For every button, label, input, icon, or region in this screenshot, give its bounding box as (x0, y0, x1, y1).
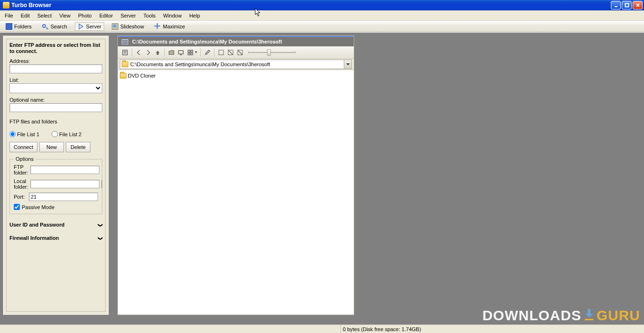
toolbar-search-label: Search (51, 24, 67, 29)
folders-icon (6, 23, 12, 30)
browser-title: C:\Documents and Settings\munca\My Docum… (132, 39, 282, 44)
toolbar-maximize[interactable]: Maximize (152, 22, 188, 31)
chevron-down-icon: ❯ (98, 223, 103, 227)
forward-icon[interactable] (144, 48, 152, 57)
svg-rect-9 (188, 50, 190, 52)
list-label: List: (9, 77, 102, 83)
dropdown-arrow-icon[interactable]: ▼ (194, 50, 198, 54)
toolbar-maximize-label: Maximize (163, 24, 185, 29)
port-label: Port: (14, 194, 27, 200)
ftp-panel: Enter FTP address or select from list to… (3, 35, 109, 315)
toolbar-folders[interactable]: Folders (3, 22, 35, 31)
status-bar: 0 bytes (Disk free space: 1.74GB) (0, 324, 644, 333)
radio-filelist2[interactable]: File List 2 (52, 131, 81, 137)
file-name: DVD Cloner (128, 73, 156, 79)
toolbar-folders-label: Folders (14, 24, 32, 29)
svg-rect-11 (188, 53, 190, 55)
user-password-label: User ID and Password (9, 222, 64, 228)
toolbar-slideshow-label: Slideshow (120, 24, 144, 29)
user-password-section[interactable]: User ID and Password ❯ (9, 222, 102, 228)
address-dropdown-button[interactable] (344, 60, 351, 69)
monitor-icon[interactable] (177, 48, 185, 57)
passive-checkbox[interactable] (14, 204, 20, 210)
svg-rect-13 (219, 50, 224, 55)
file-list[interactable]: DVD Cloner (118, 71, 354, 315)
radio-filelist1-label: File List 1 (17, 131, 39, 137)
zoom-slider[interactable] (248, 48, 295, 57)
toolbar-search[interactable]: Search (39, 22, 70, 31)
ftp-folder-input[interactable] (30, 166, 99, 174)
connect-button[interactable]: Connect (9, 142, 37, 152)
menu-server[interactable]: Server (116, 11, 139, 20)
svg-rect-12 (191, 53, 193, 55)
svg-line-15 (229, 51, 233, 54)
select-none-icon[interactable] (226, 48, 235, 57)
menu-file[interactable]: File (1, 11, 17, 20)
download-icon (584, 309, 594, 320)
view-icon[interactable] (186, 48, 195, 57)
ftp-folder-label: FTP folder: (14, 164, 28, 175)
address-text: C:\Documents and Settings\munca\My Docum… (130, 61, 270, 67)
ftp-heading: Enter FTP address or select from list to… (9, 42, 102, 54)
slideshow-icon (112, 23, 118, 30)
minimize-button[interactable] (611, 1, 621, 9)
svg-rect-4 (123, 50, 127, 55)
radio-filelist1[interactable]: File List 1 (9, 131, 39, 137)
menu-edit[interactable]: Edit (17, 11, 34, 20)
folder-icon (122, 61, 128, 67)
local-folder-label: Local folder: (14, 178, 28, 190)
new-button[interactable]: New (39, 142, 64, 152)
back-icon[interactable] (134, 48, 143, 57)
search-icon (42, 23, 49, 30)
expand-icon (154, 23, 161, 30)
svg-rect-10 (191, 50, 193, 52)
browser-panel: C:\Documents and Settings\munca\My Docum… (117, 35, 354, 315)
menu-editor[interactable]: Editor (96, 11, 117, 20)
title-bar: Turbo Browser (0, 0, 644, 10)
svg-rect-7 (179, 51, 183, 54)
delete-button[interactable]: Delete (66, 142, 90, 152)
local-folder-input[interactable] (30, 180, 99, 188)
address-combo[interactable]: C:\Documents and Settings\munca\My Docum… (120, 60, 352, 69)
watermark-text-b: GURU (597, 307, 640, 324)
menu-window[interactable]: Window (160, 11, 186, 20)
properties-icon[interactable] (121, 48, 129, 57)
port-input[interactable] (29, 193, 98, 201)
menu-help[interactable]: Help (186, 11, 204, 20)
main-toolbar: Folders Search Server Slideshow Maximize (0, 21, 644, 32)
up-icon[interactable] (153, 48, 162, 57)
window-title: Turbo Browser (11, 2, 51, 9)
list-select[interactable] (9, 83, 102, 93)
menu-select[interactable]: Select (34, 11, 56, 20)
optional-name-input[interactable] (9, 103, 102, 112)
svg-rect-1 (625, 4, 628, 7)
menu-photo[interactable]: Photo (74, 11, 96, 20)
list-item[interactable]: DVD Cloner (120, 72, 352, 79)
options-fieldset: Options FTP folder: Local folder: Port: … (9, 159, 102, 214)
browse-button[interactable] (101, 180, 102, 188)
toolbar-server-label: Server (86, 24, 101, 29)
server-icon (78, 23, 84, 30)
edit-icon[interactable] (203, 48, 212, 57)
toolbar-slideshow[interactable]: Slideshow (109, 22, 147, 31)
address-input[interactable] (9, 64, 102, 73)
firewall-label: Firewall Information (9, 235, 59, 241)
menu-view[interactable]: View (55, 11, 74, 20)
status-text: 0 bytes (Disk free space: 1.74GB) (341, 326, 421, 332)
toolbar-server[interactable]: Server (75, 22, 104, 31)
client-area: Enter FTP address or select from list to… (0, 32, 644, 324)
maximize-button[interactable] (622, 1, 632, 9)
invert-selection-icon[interactable] (236, 48, 244, 57)
list-icon (122, 39, 128, 44)
browser-title-bar: C:\Documents and Settings\munca\My Docum… (118, 36, 354, 46)
passive-label: Passive Mode (22, 204, 54, 210)
select-all-icon[interactable] (217, 48, 225, 57)
browser-toolbar: ▼ (118, 46, 354, 59)
folder-icon[interactable] (167, 48, 176, 57)
close-button[interactable] (633, 1, 643, 9)
menu-tools[interactable]: Tools (140, 11, 160, 20)
address-bar-row: C:\Documents and Settings\munca\My Docum… (118, 59, 354, 70)
firewall-section[interactable]: Firewall Information ❯ (9, 235, 102, 241)
app-icon (3, 2, 9, 9)
radio-filelist2-label: File List 2 (59, 131, 81, 137)
